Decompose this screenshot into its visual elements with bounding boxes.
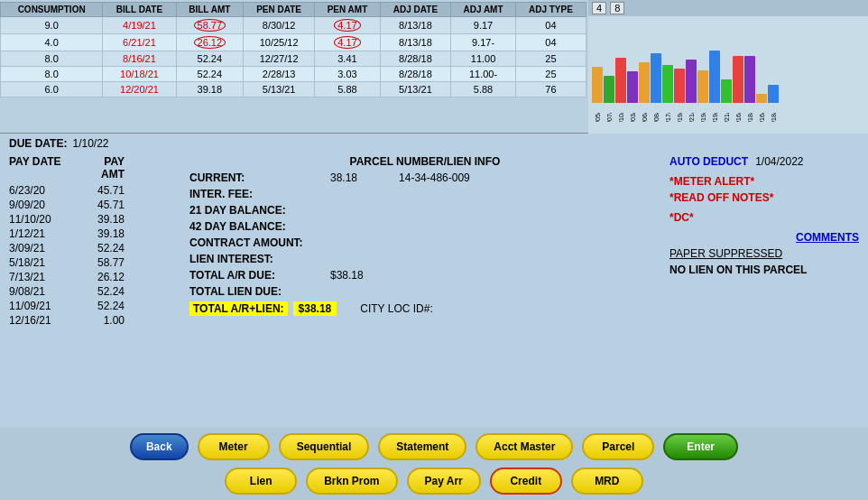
bar-column: 02/03/20 xyxy=(627,71,638,132)
total-arlien-value: $38.18 xyxy=(293,301,337,316)
pay-date-cell: 3/09/21 xyxy=(9,242,61,255)
due-date-value: 1/10/22 xyxy=(72,137,108,150)
back-button[interactable]: Back xyxy=(130,433,189,460)
payment-history: PAY DATE PAY AMT 6/23/20 45.71 9/09/20 4… xyxy=(9,155,162,417)
table-header-cell: ADJ DATE xyxy=(380,3,451,17)
table-header-cell: ADJ TYPE xyxy=(515,3,586,17)
table-header-cell: BILL AMT xyxy=(176,3,243,17)
payment-row: 1/12/21 39.18 xyxy=(9,227,162,241)
table-cell: 9.17 xyxy=(451,17,516,34)
table-cell: 25 xyxy=(515,67,586,82)
bar xyxy=(756,94,767,103)
day42-label: 42 DAY BALANCE: xyxy=(189,220,325,233)
pay-arr-button[interactable]: Pay Arr xyxy=(407,468,481,495)
acct-master-button[interactable]: Acct Master xyxy=(476,433,573,460)
contract-label: CONTRACT AMOUNT: xyxy=(189,236,325,249)
bar xyxy=(709,51,720,103)
auto-deduct-label: AUTO DEDUCT xyxy=(669,155,748,168)
bar xyxy=(627,71,638,103)
payment-row: 6/23/20 45.71 xyxy=(9,183,162,198)
parcel-button[interactable]: Parcel xyxy=(582,433,654,460)
table-cell: 39.18 xyxy=(176,82,243,97)
table-cell: 6.0 xyxy=(1,82,103,97)
meter-button[interactable]: Meter xyxy=(198,433,270,460)
bar xyxy=(721,79,732,103)
table-header-cell: PEN DATE xyxy=(243,3,314,17)
table-cell: 3.03 xyxy=(315,67,380,82)
bar xyxy=(604,76,614,103)
current-label: CURRENT: xyxy=(189,171,325,184)
bar xyxy=(768,85,779,103)
paper-suppressed: PAPER SUPPRESSED xyxy=(669,247,859,260)
table-row: 8.010/18/2152.242/28/133.038/28/1811.00-… xyxy=(1,67,586,82)
total-ar-value: $38.18 xyxy=(330,269,364,282)
bar xyxy=(592,67,603,103)
table-cell: 8.0 xyxy=(1,67,103,82)
table-cell: 8/28/18 xyxy=(380,51,451,67)
table-cell: 4.0 xyxy=(1,34,103,51)
table-cell: 9.0 xyxy=(1,17,103,34)
comments-link[interactable]: COMMENTS xyxy=(669,231,859,244)
enter-button[interactable]: Enter xyxy=(663,433,738,460)
button-row-1: BackMeterSequentialStatementAcct MasterP… xyxy=(130,433,738,460)
current-value: 38.18 xyxy=(330,171,357,184)
table-cell: 2/28/13 xyxy=(243,67,314,82)
day21-label: 21 DAY BALANCE: xyxy=(189,204,325,217)
bar xyxy=(639,62,650,103)
read-off-notes: *READ OFF NOTES* xyxy=(669,191,859,204)
table-cell: 26.12 xyxy=(176,34,243,51)
payment-row: 5/18/21 58.77 xyxy=(9,255,162,270)
bar xyxy=(651,53,661,103)
bar-column: 02/19/21 xyxy=(697,70,708,132)
brkn-prom-button[interactable]: Brkn Prom xyxy=(306,468,397,495)
credit-button[interactable]: Credit xyxy=(490,468,562,495)
pay-amt-cell: 39.18 xyxy=(79,227,125,240)
button-row-2: LienBrkn PromPay ArrCreditMRD xyxy=(225,468,643,495)
statement-button[interactable]: Statement xyxy=(378,433,466,460)
bar xyxy=(662,65,673,103)
pay-date-cell: 9/09/20 xyxy=(9,199,61,211)
dc-text: *DC* xyxy=(669,211,859,224)
table-cell: 58.77 xyxy=(176,17,243,34)
day21-row: 21 DAY BALANCE: xyxy=(189,204,660,217)
table-cell: 52.24 xyxy=(176,51,243,67)
contract-row: CONTRACT AMOUNT: xyxy=(189,236,660,249)
payment-rows: 6/23/20 45.71 9/09/20 45.71 11/10/20 39.… xyxy=(9,183,162,328)
pay-amt-cell: 1.00 xyxy=(79,314,125,327)
table-cell: 5.88 xyxy=(315,82,380,97)
pay-date-cell: 12/16/21 xyxy=(9,314,61,327)
button-area: BackMeterSequentialStatementAcct MasterP… xyxy=(0,428,868,500)
bar-column: 10/19/20 xyxy=(674,69,685,132)
mrd-button[interactable]: MRD xyxy=(571,468,643,495)
pay-date-cell: 1/12/21 xyxy=(9,227,61,240)
bar-column: 08/05/19 xyxy=(592,67,603,132)
pay-amt-cell: 39.18 xyxy=(79,213,125,226)
total-ar-label: TOTAL A/R DUE: xyxy=(189,269,325,282)
bar xyxy=(697,70,708,103)
sequential-button[interactable]: Sequential xyxy=(279,433,370,460)
table-cell: 5/13/21 xyxy=(380,82,451,97)
table-header-cell: ADJ AMT xyxy=(451,3,516,17)
center-info: PARCEL NUMBER/LIEN INFO CURRENT: 38.18 1… xyxy=(162,155,660,417)
table-header-cell: BILL DATE xyxy=(103,3,176,17)
total-ar-row: TOTAL A/R DUE: $38.18 xyxy=(189,269,660,282)
right-panel: AUTO DEDUCT 1/04/2022 *METER ALERT* *REA… xyxy=(660,155,859,417)
pay-date-cell: 11/10/20 xyxy=(9,213,61,226)
bar xyxy=(744,56,755,103)
auto-deduct-row: AUTO DEDUCT 1/04/2022 xyxy=(669,155,859,168)
lien-button[interactable]: Lien xyxy=(225,468,297,495)
table-cell: 76 xyxy=(515,82,586,97)
table-cell: 9.17- xyxy=(451,34,516,51)
payment-row: 12/16/21 1.00 xyxy=(9,313,162,328)
table-cell: 8.0 xyxy=(1,51,103,67)
pay-amt-cell: 26.12 xyxy=(79,271,125,283)
payment-row: 11/10/20 39.18 xyxy=(9,212,162,227)
bar xyxy=(686,60,697,103)
table-body: 9.04/19/2158.778/30/124.178/13/189.17044… xyxy=(1,17,586,97)
table-row: 4.06/21/2126.1210/25/124.178/13/189.17-0… xyxy=(1,34,586,51)
parcel-header: PARCEL NUMBER/LIEN INFO xyxy=(189,155,660,168)
city-loc-label: CITY LOC ID#: xyxy=(360,302,432,315)
table-cell: 4.17 xyxy=(315,17,380,34)
table-cell: 25 xyxy=(515,51,586,67)
pay-amt-header: PAY AMT xyxy=(79,155,125,181)
